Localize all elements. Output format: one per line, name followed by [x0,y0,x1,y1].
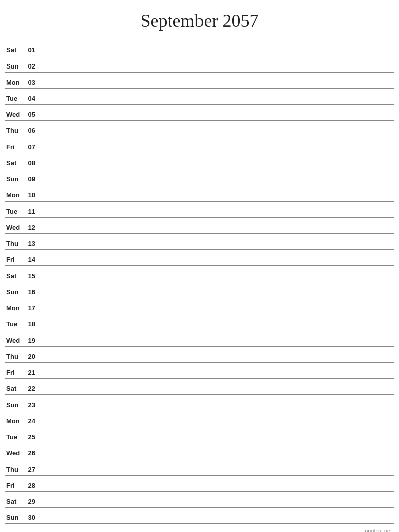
day-line [38,344,394,344]
day-line [38,166,394,167]
day-row: Wed12 [5,218,394,234]
day-number: 04 [24,95,38,102]
day-line [38,231,394,231]
day-line [38,279,394,280]
day-name: Thu [5,127,24,135]
day-line [38,263,394,263]
day-name: Sun [5,401,24,409]
day-number: 08 [24,159,38,167]
day-row: Tue04 [5,89,394,105]
day-line [38,456,394,457]
day-number: 25 [24,433,38,441]
day-number: 30 [24,514,38,521]
day-line [38,521,394,521]
day-name: Sat [5,498,24,505]
day-row: Sat08 [5,153,394,169]
day-number: 06 [24,127,38,135]
day-row: Sat29 [5,492,394,508]
day-name: Tue [5,320,24,328]
day-line [38,215,394,215]
day-number: 19 [24,337,38,344]
day-name: Sun [5,288,24,296]
day-row: Sun09 [5,169,394,185]
day-number: 24 [24,417,38,425]
day-row: Mon24 [5,411,394,427]
day-name: Thu [5,240,24,247]
day-number: 13 [24,240,38,247]
day-row: Mon10 [5,185,394,202]
day-line [38,408,394,409]
day-number: 05 [24,111,38,118]
day-row: Fri21 [5,363,394,379]
day-line [38,473,394,473]
day-number: 12 [24,224,38,231]
day-row: Sat22 [5,379,394,395]
day-name: Sat [5,159,24,167]
day-line [38,360,394,360]
day-number: 23 [24,401,38,409]
day-name: Sat [5,272,24,280]
day-number: 26 [24,449,38,457]
day-row: Thu13 [5,234,394,250]
day-number: 20 [24,353,38,360]
day-row: Sun23 [5,395,394,411]
day-line [38,198,394,199]
day-name: Tue [5,433,24,441]
day-line [38,118,394,118]
day-name: Fri [5,256,24,263]
day-number: 02 [24,62,38,70]
day-name: Mon [5,304,24,312]
day-row: Thu20 [5,347,394,363]
day-number: 03 [24,79,38,86]
day-name: Sun [5,514,24,521]
day-name: Fri [5,369,24,376]
day-row: Tue25 [5,427,394,443]
day-line [38,392,394,392]
day-name: Mon [5,191,24,199]
watermark: printcal.net [365,528,392,532]
day-name: Sun [5,62,24,70]
day-number: 27 [24,466,38,473]
day-row: Tue18 [5,314,394,330]
day-number: 22 [24,385,38,392]
day-name: Sat [5,46,24,54]
day-row: Sun30 [5,508,394,524]
day-number: 21 [24,369,38,376]
day-line [38,489,394,489]
day-number: 10 [24,191,38,199]
day-row: Mon17 [5,298,394,314]
day-row: Sun02 [5,56,394,73]
day-number: 01 [24,46,38,54]
day-name: Fri [5,143,24,151]
day-line [38,295,394,296]
day-name: Sat [5,385,24,392]
day-name: Mon [5,79,24,86]
day-number: 15 [24,272,38,280]
day-name: Wed [5,337,24,344]
day-number: 18 [24,320,38,328]
day-line [38,247,394,247]
day-name: Wed [5,224,24,231]
day-name: Thu [5,353,24,360]
day-name: Fri [5,482,24,489]
day-row: Mon03 [5,73,394,89]
day-line [38,150,394,151]
day-row: Wed05 [5,105,394,121]
day-name: Wed [5,449,24,457]
day-number: 14 [24,256,38,263]
day-line [38,86,394,86]
day-number: 11 [24,208,38,215]
day-name: Wed [5,111,24,118]
day-line [38,376,394,376]
day-row: Sat01 [5,40,394,56]
day-line [38,70,394,70]
day-number: 07 [24,143,38,151]
calendar-page: September 2057 Sat01Sun02Mon03Tue04Wed05… [0,0,399,532]
day-line [38,134,394,135]
day-row: Thu27 [5,459,394,476]
day-row: Tue11 [5,202,394,218]
day-name: Thu [5,466,24,473]
day-name: Sun [5,175,24,183]
day-number: 28 [24,482,38,489]
day-row: Wed26 [5,443,394,459]
